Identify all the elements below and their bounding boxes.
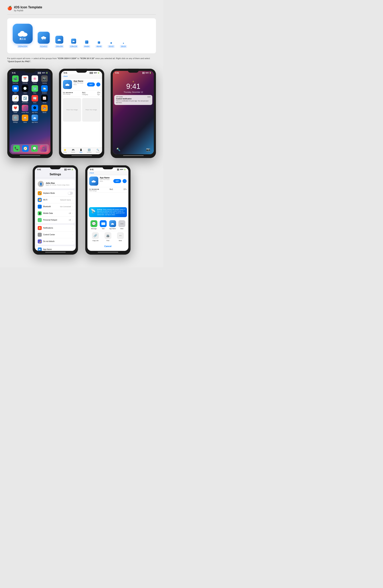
settings-row-bluetooth[interactable]: 🔵 Bluetooth Not Connected › (36, 203, 75, 210)
home-app-facetime[interactable]: 📹 FaceTime (11, 75, 20, 84)
status-icons-home: ▌▌▌ WiFi 🔋 (38, 72, 48, 74)
svg-point-21 (66, 84, 68, 85)
icon-label-16: 16x16 (120, 45, 127, 48)
settings-group-1: ✈️ Airplane Mode 📶 Wi-Fi Network Name › (36, 190, 75, 223)
share-action-print[interactable]: 🖨️ Print (104, 232, 111, 241)
home-app-weather[interactable]: ⛅ Weather (41, 85, 49, 94)
app-subtitle: by Asylab (14, 9, 42, 12)
share-appstore-header: App Name Your Text Goes Here. GET ··· (88, 175, 128, 187)
airdrop-icon: 📡 (91, 209, 96, 213)
back-button[interactable]: ‹ Back (63, 75, 68, 78)
home-app-itunes[interactable]: 🎵 iTunes Store (21, 105, 29, 113)
appstore-app-icon (63, 80, 72, 89)
phone3-wrapper: 9:41 ▌▌ WiFi 🔋 🔒 9:41 Thursday, December… (111, 69, 156, 158)
home-app-stocks[interactable]: 📈 Stocks (41, 95, 49, 103)
settings-group-3: App Name › (36, 246, 75, 251)
home-app-appname[interactable]: App Name (31, 115, 39, 123)
appstore-screen: 9:41 ▌▌▌ WiFi 🔋 ‹ Back (61, 71, 102, 154)
home-app-reminders[interactable]: ☑️ Reminders (21, 95, 29, 103)
app-name-settings-icon (38, 247, 42, 251)
tab-games[interactable]: 🎮 Games (71, 149, 75, 153)
status-icons-appstore: ▌▌▌ WiFi 🔋 (90, 72, 100, 74)
cancel-button[interactable]: Cancel (89, 243, 127, 250)
home-app-ibooks[interactable]: 📚 iBooks (41, 105, 49, 113)
share-app-more[interactable]: ··· More (118, 220, 125, 230)
home-app-photos[interactable]: 🌸 Photos (31, 75, 39, 84)
profile-row[interactable]: 👤 John Doe Apple ID, iCloud, iTunes & Ap… (36, 179, 75, 189)
dock-messages[interactable]: 💬 (31, 145, 38, 152)
camera-lock-icon[interactable]: 📷 (146, 147, 150, 151)
news-icon: 📰 (32, 95, 38, 102)
tab-search[interactable]: 🔍 Search (96, 149, 100, 153)
phone4-settings: 9:41 ▌▌ WiFi 🔋 Settings 👤 John Doe (33, 165, 78, 255)
dock-music[interactable]: 🎵 (40, 145, 46, 152)
status-bar-home: 9:41 ▌▌▌ WiFi 🔋 (9, 71, 50, 74)
flashlight-icon[interactable]: 🔦 (116, 147, 120, 151)
settings-row-notifications[interactable]: 🔔 Notifications › (36, 225, 75, 231)
health-icon: ❤️ (12, 105, 19, 111)
today-icon: ⭐ (64, 149, 66, 151)
home-indicator-4 (45, 252, 66, 252)
settings-row-mobile[interactable]: 📱 Mobile Data Off › (36, 210, 75, 217)
share-get-button[interactable]: GET (113, 179, 121, 183)
photos-icon: 🌸 (32, 75, 38, 82)
camera-icon: 📷 (41, 75, 48, 82)
settings-row-appname[interactable]: App Name › (36, 246, 75, 251)
icon-label-64: 64x64 (83, 45, 90, 48)
status-icons-settings: ▌▌ WiFi 🔋 (65, 168, 73, 170)
wifi-icon: 📶 (38, 198, 42, 202)
icon-label-48: 48x48 (95, 45, 102, 48)
icon-item-64: 64x64 (83, 41, 90, 48)
settings-row-airplane[interactable]: ✈️ Airplane Mode (36, 190, 75, 197)
home-app-clock[interactable]: 🕐 Clock (21, 85, 29, 94)
share-screen: 9:41 ▌▌ WiFi 🔋 ‹ Back (88, 168, 128, 251)
home-app-news[interactable]: 📰 News (31, 95, 39, 103)
app-icon-16 (123, 43, 124, 44)
dock-safari[interactable]: 🧭 (22, 145, 29, 152)
airplane-toggle[interactable] (68, 192, 73, 195)
airdrop-banner: 📡 AirDrop. Share instantly with people n… (89, 207, 127, 217)
tab-updates[interactable]: ⬇️ Updates (87, 149, 91, 153)
home-app-calendar[interactable]: 📅 Calendar (21, 75, 29, 84)
tab-today[interactable]: ⭐ Today (63, 149, 67, 153)
export-note: For quick export all icons -> select all… (7, 57, 156, 63)
share-app-appname[interactable]: App Name (109, 220, 116, 230)
share-mail-icon: ✉️ (100, 220, 107, 227)
share-action-copylink[interactable]: 🔗 Copy Link (92, 232, 99, 241)
home-app-appstore[interactable]: 🅐 App Store (31, 105, 39, 113)
icon-item-16: 16x16 (120, 43, 127, 48)
home-app-health[interactable]: ❤️ Health (11, 105, 20, 113)
settings-row-dnd[interactable]: 🌙 Do not disturb › (36, 238, 75, 245)
home-app-maps[interactable]: 🗺️ Maps (31, 85, 39, 94)
settings-row-wifi[interactable]: 📶 Wi-Fi Network Name › (36, 197, 75, 203)
home-app-settings[interactable]: ⚙️ Settings (11, 115, 20, 123)
settings-row-control[interactable]: 🎛️ Control Center › (36, 231, 75, 238)
share-app-message[interactable]: 💬 Message (90, 220, 97, 230)
screenshot-area: Place Your Image Place Your Image (61, 97, 102, 123)
bluetooth-icon: 🔵 (38, 205, 42, 209)
settings-row-hotspot[interactable]: 🔗 Personal Hotspot Off › (36, 217, 75, 223)
notification-banner: APP NAME Now Custom Notification This is… (114, 95, 152, 105)
phone1-screen: 9:41 ▌▌▌ WiFi 🔋 📹 FaceTime (9, 71, 50, 154)
reminders-icon: ☑️ (22, 95, 28, 102)
share-back-button[interactable]: ‹ Back (89, 172, 94, 174)
header: 🍎 iOS Icon Template by Asylab (7, 5, 156, 15)
settings-group-2: 🔔 Notifications › 🎛️ Control Center › 🌙 (36, 225, 75, 245)
page: 🍎 iOS Icon Template by Asylab 美工云 (0, 0, 163, 267)
screenshot1: Place Your Image (63, 98, 81, 122)
share-app-mail[interactable]: ✉️ Mail (100, 220, 107, 230)
home-app-home[interactable]: 🏠 Home (21, 115, 29, 123)
notif-app-label: APP NAME Now (116, 96, 151, 98)
svg-point-15 (73, 41, 74, 42)
home-app-notes[interactable]: 📝 Notes (11, 95, 20, 103)
tab-apps[interactable]: 📱 Apps (79, 149, 82, 153)
share-more-button[interactable]: ··· (123, 179, 127, 183)
home-screen-bg: 9:41 ▌▌▌ WiFi 🔋 📹 FaceTime (9, 71, 50, 154)
home-app-mail[interactable]: ✉️ Mail (11, 85, 20, 94)
home-app-camera[interactable]: 📷 Camera (41, 75, 49, 84)
share-action-more[interactable]: ··· More (117, 232, 124, 241)
get-button[interactable]: GET (87, 83, 95, 86)
share-back-nav: ‹ Back (88, 171, 128, 175)
dock-phone[interactable]: 📞 (13, 145, 20, 152)
more-button[interactable]: ··· (96, 83, 100, 86)
